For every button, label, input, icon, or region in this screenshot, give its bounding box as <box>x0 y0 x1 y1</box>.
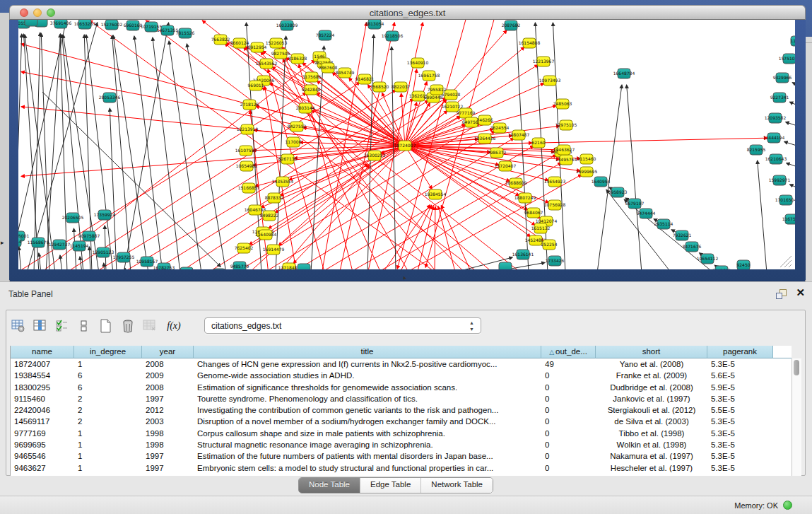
table-cell[interactable]: 2012 <box>142 404 194 416</box>
selected-edge[interactable] <box>435 206 435 269</box>
node[interactable]: 10653287 <box>74 20 96 29</box>
citation-network-graph[interactable]: 1872400776638228660124891295415226053982… <box>18 20 795 269</box>
table-cell[interactable]: 9465546 <box>11 450 74 462</box>
table-cell[interactable]: 2 <box>74 404 142 416</box>
float-window-icon[interactable] <box>776 289 787 299</box>
table-cell[interactable]: 1 <box>74 439 142 450</box>
table-cell[interactable]: Wolkin et al. (1998) <box>596 439 707 450</box>
selected-node[interactable]: 16107554 <box>235 146 257 156</box>
table-cell[interactable]: 1 <box>74 428 142 439</box>
node[interactable]: 12444194 <box>763 133 785 143</box>
tab-node-table[interactable]: Node Table <box>299 478 360 493</box>
selected-node[interactable]: 15720407 <box>495 161 517 171</box>
table-cell[interactable]: 9777169 <box>11 428 74 439</box>
selected-node[interactable]: 14353554 <box>272 177 294 187</box>
node[interactable]: 2935114 <box>654 219 673 229</box>
table-cell[interactable]: 1 <box>74 462 142 474</box>
selected-node[interactable]: 13718485 <box>278 263 300 269</box>
selected-node[interactable]: 7625402 <box>235 243 254 253</box>
node[interactable]: 16210643 <box>765 154 787 164</box>
node[interactable]: 8958923 <box>608 187 628 197</box>
edge[interactable] <box>124 23 169 269</box>
table-cell[interactable]: Disruption of a novel member of a sodium… <box>194 416 541 427</box>
node[interactable] <box>298 264 310 269</box>
node[interactable]: 7815526 <box>176 28 195 38</box>
table-cell[interactable]: 0 <box>541 462 596 474</box>
node[interactable]: 7857224 <box>316 30 335 40</box>
table-header-row[interactable]: namein_degreeyeartitle△out_de...shortpag… <box>11 346 792 358</box>
node[interactable]: 9485779 <box>230 262 249 269</box>
table-cell[interactable]: Embryonic stem cells: a model to study s… <box>194 462 541 474</box>
node[interactable]: 17359924 <box>94 210 116 220</box>
table-cell[interactable]: 2003 <box>142 416 194 427</box>
table-row[interactable]: 2242004622012Investigating the contribut… <box>11 404 792 416</box>
column-header-name[interactable]: name <box>11 346 74 358</box>
selected-node[interactable]: 16999695 <box>576 167 598 177</box>
selected-node[interactable]: 9146821 <box>355 74 375 84</box>
table-cell[interactable]: 1998 <box>142 428 194 439</box>
table-cell[interactable]: 1 <box>74 358 142 370</box>
table-cell[interactable]: 18300295 <box>11 382 74 393</box>
table-cell[interactable]: 0 <box>541 370 596 381</box>
table-cell[interactable]: 0 <box>541 428 596 439</box>
table-cell[interactable]: 9699695 <box>11 439 74 450</box>
table-cell[interactable]: 5.3E-5 <box>707 450 773 462</box>
table-cell[interactable]: 2 <box>74 416 142 427</box>
edge[interactable] <box>125 268 126 269</box>
node[interactable]: 37691406 <box>50 20 72 28</box>
selected-node[interactable]: 746266 <box>477 115 493 125</box>
edge[interactable] <box>627 85 642 269</box>
table-settings-icon[interactable] <box>11 318 26 334</box>
edge[interactable] <box>46 34 61 269</box>
table-cell[interactable]: Tibbo et al. (1998) <box>596 428 707 439</box>
edge[interactable] <box>789 185 795 191</box>
table-cell[interactable]: 1997 <box>142 393 194 404</box>
selected-node[interactable]: 7568520 <box>370 82 389 92</box>
table-cell[interactable]: 49 <box>541 358 596 370</box>
table-cell[interactable]: Investigating the contribution of common… <box>194 404 541 416</box>
table-cell[interactable]: 9115460 <box>11 393 74 404</box>
table-cell[interactable]: Estimation of significance thresholds fo… <box>194 382 541 393</box>
table-cell[interactable]: 1 <box>74 450 142 462</box>
node[interactable]: 15751074 <box>779 54 795 64</box>
table-cell[interactable]: 2008 <box>142 382 194 393</box>
table-cell[interactable]: 18724007 <box>11 358 74 370</box>
table-cell[interactable]: Estimation of the future numbers of pati… <box>194 450 541 462</box>
selected-node[interactable]: 62160 <box>531 138 545 148</box>
selected-node[interactable]: 3175685 <box>302 72 322 82</box>
table-cell[interactable]: Dudbridge et al. (2008) <box>596 382 707 393</box>
selected-node[interactable]: 12213967 <box>533 57 555 66</box>
node[interactable] <box>25 20 37 26</box>
node[interactable]: 1733426 <box>546 256 565 266</box>
selected-node[interactable]: 19384554 <box>425 189 447 199</box>
table-row[interactable]: 1456911722003Disruption of a novel membe… <box>11 416 792 427</box>
selected-node[interactable]: 25300213 <box>364 151 386 160</box>
edge[interactable] <box>392 47 396 269</box>
node[interactable]: 92450 <box>736 260 750 269</box>
edge[interactable] <box>104 263 105 269</box>
node[interactable] <box>213 269 225 269</box>
table-row[interactable]: 946554611997Estimation of the future num… <box>11 450 792 462</box>
selected-node[interactable]: 9684067 <box>524 208 543 218</box>
edge[interactable] <box>789 102 795 109</box>
selected-node[interactable]: 8427552 <box>288 122 307 132</box>
new-table-icon[interactable] <box>98 318 114 334</box>
edge[interactable] <box>89 247 90 269</box>
network-canvas[interactable]: 1872400776638228660124891295415226053982… <box>18 20 795 269</box>
selected-node[interactable]: 117006 <box>286 137 302 147</box>
table-cell[interactable]: 5.9E-5 <box>707 382 773 393</box>
table-cell[interactable]: 5.5E-5 <box>707 404 773 416</box>
selected-node[interactable]: 8912954 <box>248 42 267 52</box>
selected-edge[interactable] <box>441 205 472 269</box>
table-cell[interactable]: 0 <box>541 450 596 462</box>
table-cell[interactable]: Yano et al. (2008) <box>596 358 707 370</box>
selected-edge[interactable] <box>21 72 405 146</box>
edge[interactable] <box>276 36 286 269</box>
merge-rows-icon[interactable] <box>76 318 92 334</box>
node[interactable]: 12923485 <box>176 267 198 269</box>
node[interactable]: 15992971 <box>769 175 791 185</box>
selected-node[interactable]: 18807249 <box>514 193 536 203</box>
selected-node[interactable]: 9827505 <box>271 49 290 59</box>
node[interactable]: 19218506 <box>382 31 404 41</box>
edge[interactable] <box>787 163 795 170</box>
